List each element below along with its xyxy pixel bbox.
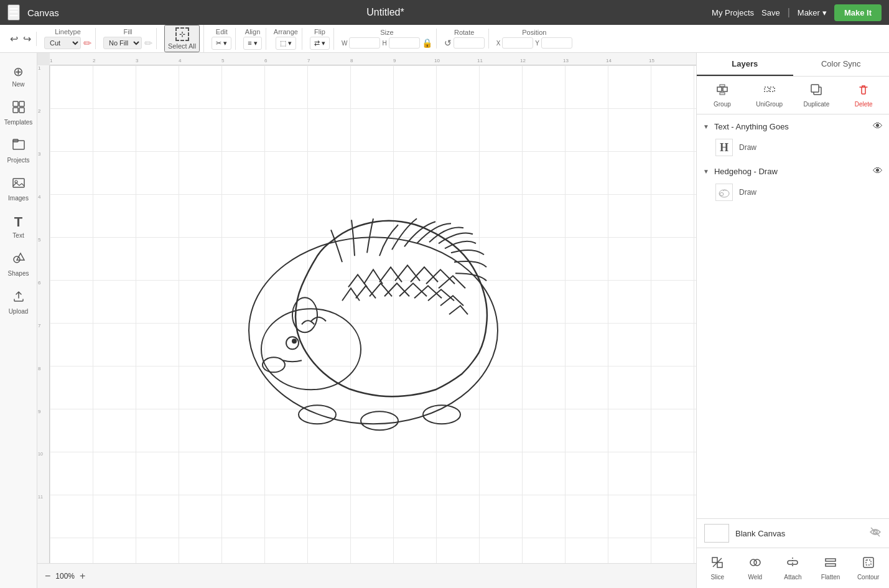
- menu-button[interactable]: ☰: [7, 4, 20, 21]
- layer-group-text-header[interactable]: ▼ Text - Anything Goes 👁: [697, 117, 889, 136]
- blank-canvas-row: Blank Canvas: [697, 518, 889, 548]
- text-layer-item[interactable]: H Draw: [697, 136, 889, 159]
- svg-rect-22: [720, 85, 725, 86]
- slice-button[interactable]: Slice: [699, 553, 736, 583]
- new-icon: ⊕: [13, 64, 24, 79]
- layer-group-hedgehog-header[interactable]: ▼ Hedgehog - Draw 👁: [697, 162, 889, 180]
- projects-icon: [12, 138, 26, 155]
- ruler-top: 1 2 3 4 5 6 7 8 9 10 11 12 13 14 15: [50, 53, 696, 65]
- duplicate-icon: [809, 83, 823, 100]
- tab-color-sync[interactable]: Color Sync: [793, 53, 890, 76]
- blank-canvas-label: Blank Canvas: [735, 529, 863, 538]
- sidebar-item-new[interactable]: ⊕ New: [2, 59, 35, 93]
- hedgehog-layer-item[interactable]: Draw: [697, 180, 889, 204]
- main-area: ⊕ New Templates Projects: [0, 53, 889, 588]
- delete-icon: [857, 83, 870, 100]
- flatten-icon: [824, 556, 837, 572]
- ungroup-button[interactable]: UniGroup: [747, 79, 793, 111]
- flip-button[interactable]: ⇄ ▾: [310, 37, 330, 50]
- canvas-area[interactable]: 1 2 3 4 5 6 7 8 9 10 11 12 13 14 15 1 2: [37, 53, 696, 588]
- svg-rect-40: [866, 560, 871, 565]
- hedgehog-group-chevron: ▼: [703, 168, 709, 175]
- save-button[interactable]: Save: [761, 8, 780, 17]
- text-icon: T: [14, 214, 22, 230]
- sidebar-item-shapes[interactable]: Shapes: [2, 246, 35, 282]
- redo-button[interactable]: ↪: [22, 32, 32, 46]
- group-icon: [715, 83, 729, 100]
- panel-tabs: Layers Color Sync: [697, 53, 889, 77]
- sidebar-item-images[interactable]: Images: [2, 171, 35, 207]
- left-sidebar: ⊕ New Templates Projects: [0, 53, 37, 588]
- sidebar-item-templates[interactable]: Templates: [2, 95, 35, 131]
- contour-icon: [862, 556, 875, 572]
- hedgehog-group-visibility-button[interactable]: 👁: [873, 166, 883, 177]
- svg-rect-25: [770, 87, 775, 91]
- fill-select[interactable]: No Fill Fill: [103, 37, 142, 49]
- edit-button[interactable]: ✂ ▾: [212, 37, 231, 50]
- images-icon: [12, 176, 26, 193]
- blank-canvas-thumb: [704, 524, 729, 543]
- flip-label: Flip ⇄ ▾: [310, 28, 330, 50]
- rotate-group: Rotate ↺: [440, 29, 489, 49]
- shapes-icon: [12, 251, 26, 268]
- svg-point-29: [720, 193, 724, 196]
- hedgehog-group-name: Hedgehog - Draw: [714, 167, 868, 176]
- x-input[interactable]: [502, 37, 533, 49]
- my-projects-button[interactable]: My Projects: [712, 8, 754, 17]
- align-button[interactable]: ≡ ▾: [243, 37, 261, 50]
- align-group: Align ≡ ▾: [240, 28, 266, 50]
- rotate-input[interactable]: [454, 37, 485, 49]
- weld-button[interactable]: Weld: [737, 553, 774, 583]
- text-layer-thumb: H: [715, 139, 733, 156]
- zoom-level: 100%: [55, 572, 75, 581]
- zoom-out-button[interactable]: −: [45, 571, 50, 582]
- svg-rect-20: [717, 87, 722, 91]
- sidebar-item-text[interactable]: T Text: [2, 209, 35, 244]
- sidebar-item-projects[interactable]: Projects: [2, 133, 35, 169]
- undo-button[interactable]: ↩: [9, 32, 19, 46]
- svg-rect-38: [826, 564, 835, 566]
- svg-rect-3: [19, 108, 24, 113]
- svg-rect-21: [723, 87, 727, 91]
- height-input[interactable]: [389, 37, 420, 49]
- fill-color-icon: ✏: [144, 37, 152, 49]
- maker-button[interactable]: Maker ▾: [798, 8, 827, 17]
- text-group-visibility-button[interactable]: 👁: [873, 121, 883, 132]
- canvas-grid[interactable]: HEDGEHUGS!: [50, 65, 696, 563]
- topbar-divider: |: [788, 7, 790, 18]
- attach-button[interactable]: Attach: [775, 553, 811, 583]
- tab-layers[interactable]: Layers: [697, 53, 793, 76]
- linetype-select[interactable]: Cut Draw Score: [44, 37, 81, 49]
- attach-icon: [786, 556, 799, 572]
- sidebar-item-upload[interactable]: Upload: [2, 284, 35, 320]
- make-it-button[interactable]: Make It: [834, 4, 882, 21]
- ungroup-icon: [763, 83, 776, 100]
- blank-canvas-visibility-button[interactable]: [869, 526, 882, 541]
- y-input[interactable]: [541, 37, 572, 49]
- zoom-in-button[interactable]: +: [80, 571, 85, 582]
- svg-point-35: [754, 559, 760, 566]
- select-all-button[interactable]: ⊹ Select All: [164, 25, 200, 52]
- group-button[interactable]: Group: [699, 79, 745, 111]
- delete-button[interactable]: Delete: [840, 79, 887, 111]
- duplicate-button[interactable]: Duplicate: [794, 79, 840, 111]
- layers-list: ▼ Text - Anything Goes 👁 H Draw ▼ Hedgeh…: [697, 114, 889, 518]
- position-group: Position X Y: [493, 29, 576, 49]
- lock-aspect-button[interactable]: 🔒: [422, 38, 432, 48]
- svg-point-10: [249, 237, 498, 424]
- width-input[interactable]: [349, 37, 380, 49]
- arrange-button[interactable]: ⬚ ▾: [276, 37, 296, 50]
- contour-button[interactable]: Contour: [850, 553, 887, 583]
- linetype-color-icon: ✏: [83, 37, 91, 49]
- svg-point-14: [292, 339, 296, 343]
- ruler-left: 1 2 3 4 5 6 7 8 9 10 11: [37, 65, 50, 563]
- svg-rect-23: [720, 93, 725, 95]
- flatten-button[interactable]: Flatten: [812, 553, 849, 583]
- size-group: Size W H 🔒: [338, 29, 437, 49]
- align-label: Align ≡ ▾: [243, 28, 261, 50]
- text-group-name: Text - Anything Goes: [714, 122, 868, 131]
- topbar-right: My Projects Save | Maker ▾ Make It: [712, 4, 882, 21]
- edit-label: Edit ✂ ▾: [212, 28, 231, 50]
- zoom-bar: − 100% +: [37, 563, 696, 588]
- svg-rect-39: [863, 558, 873, 567]
